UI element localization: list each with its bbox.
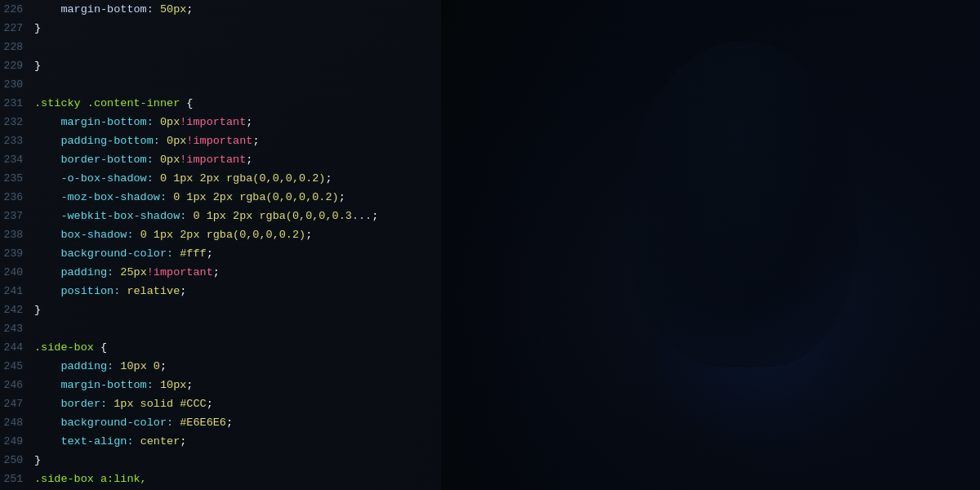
line-number: 242 <box>0 301 34 318</box>
code-line: 251.side-box a:link, <box>0 470 490 488</box>
line-content: box-shadow: 0 1px 2px rgba(0,0,0,0.2); <box>34 226 312 243</box>
code-line: 249 text-align: center; <box>0 432 490 451</box>
code-line: 226 margin-bottom: 50px; <box>0 0 490 19</box>
line-number: 244 <box>0 339 34 356</box>
line-content: position: relative; <box>34 283 186 300</box>
line-content: background-color: #E6E6E6; <box>34 414 233 431</box>
line-number: 226 <box>0 1 34 18</box>
code-line: 247 border: 1px solid #CCC; <box>0 394 490 413</box>
line-content: margin-bottom: 0px!important; <box>34 114 252 131</box>
code-line: 244.side-box { <box>0 338 490 357</box>
line-number: 237 <box>0 207 34 225</box>
code-editor: 226 margin-bottom: 50px;227}228229}23023… <box>0 0 490 490</box>
line-number: 233 <box>0 132 34 149</box>
code-line: 236 -moz-box-shadow: 0 1px 2px rgba(0,0,… <box>0 188 490 207</box>
line-content: padding: 25px!important; <box>34 264 220 281</box>
code-line: 245 padding: 10px 0; <box>0 357 490 376</box>
code-line: 242} <box>0 301 490 319</box>
line-content: border-bottom: 0px!important; <box>34 151 252 168</box>
line-content: padding-bottom: 0px!important; <box>34 132 259 149</box>
line-number: 246 <box>0 376 34 394</box>
line-number: 241 <box>0 283 34 300</box>
line-number: 235 <box>0 170 34 187</box>
code-line: 239 background-color: #fff; <box>0 244 490 263</box>
line-number: 239 <box>0 245 34 262</box>
line-content: margin-bottom: 10px; <box>34 376 193 394</box>
line-content: -moz-box-shadow: 0 1px 2px rgba(0,0,0,0.… <box>34 189 345 206</box>
line-number: 251 <box>0 470 34 488</box>
line-content: .side-box a:link, <box>34 470 147 488</box>
line-content: text-align: center; <box>34 433 186 450</box>
code-line: 234 border-bottom: 0px!important; <box>0 150 490 169</box>
line-number: 234 <box>0 151 34 168</box>
line-content: } <box>34 452 41 469</box>
code-line: 248 background-color: #E6E6E6; <box>0 413 490 432</box>
line-content: border: 1px solid #CCC; <box>34 395 213 412</box>
line-content: margin-bottom: 50px; <box>34 1 193 18</box>
line-content: } <box>34 20 41 37</box>
code-line: 232 margin-bottom: 0px!important; <box>0 113 490 131</box>
line-content: -o-box-shadow: 0 1px 2px rgba(0,0,0,0.2)… <box>34 170 332 187</box>
line-content: } <box>34 57 41 74</box>
code-line: 228 <box>0 38 490 56</box>
code-line: 231.sticky .content-inner { <box>0 94 490 113</box>
line-number: 232 <box>0 114 34 131</box>
head-silhouette <box>629 41 858 368</box>
line-number: 247 <box>0 395 34 412</box>
line-number: 248 <box>0 414 34 431</box>
line-content: .sticky .content-inner { <box>34 95 193 112</box>
code-line: 235 -o-box-shadow: 0 1px 2px rgba(0,0,0,… <box>0 169 490 188</box>
code-line: 238 box-shadow: 0 1px 2px rgba(0,0,0,0.2… <box>0 225 490 244</box>
line-number: 236 <box>0 189 34 206</box>
code-line: 230 <box>0 75 490 94</box>
line-number: 230 <box>0 76 34 93</box>
code-line: 227} <box>0 19 490 38</box>
code-line: 243 <box>0 319 490 338</box>
line-number: 228 <box>0 38 34 56</box>
line-number: 245 <box>0 358 34 375</box>
line-number: 243 <box>0 320 34 337</box>
line-content: background-color: #fff; <box>34 245 213 262</box>
code-line: 241 position: relative; <box>0 282 490 301</box>
line-number: 250 <box>0 452 34 469</box>
line-number: 229 <box>0 57 34 74</box>
code-line: 240 padding: 25px!important; <box>0 263 490 282</box>
line-content: } <box>34 301 41 318</box>
line-content: .side-box { <box>34 339 107 356</box>
line-number: 249 <box>0 433 34 450</box>
line-content: padding: 10px 0; <box>34 358 167 375</box>
code-line: 233 padding-bottom: 0px!important; <box>0 131 490 150</box>
code-line: 250} <box>0 451 490 470</box>
code-line: 229} <box>0 56 490 75</box>
code-line: 237 -webkit-box-shadow: 0 1px 2px rgba(0… <box>0 207 490 225</box>
line-number: 240 <box>0 264 34 281</box>
line-number: 238 <box>0 226 34 243</box>
line-number: 227 <box>0 20 34 37</box>
line-content: -webkit-box-shadow: 0 1px 2px rgba(0,0,0… <box>34 207 378 225</box>
line-number: 231 <box>0 95 34 112</box>
screen: 226 margin-bottom: 50px;227}228229}23023… <box>0 0 980 490</box>
code-line: 246 margin-bottom: 10px; <box>0 376 490 394</box>
